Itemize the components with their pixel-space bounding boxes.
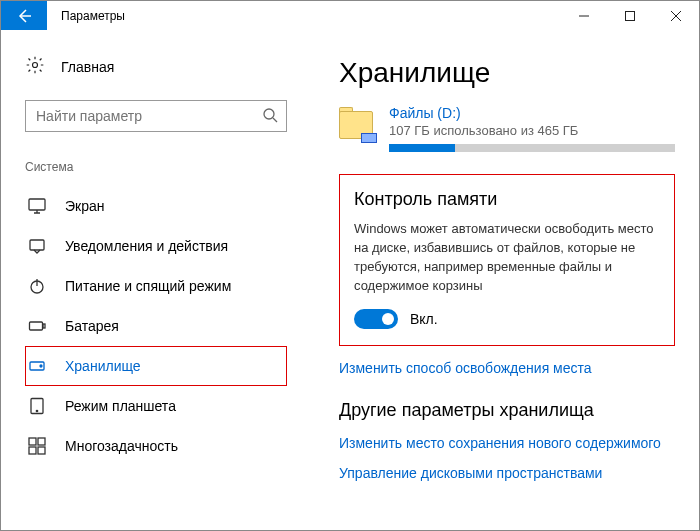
sidebar-item-label: Режим планшета (65, 398, 176, 414)
manage-storage-spaces-link[interactable]: Управление дисковыми пространствами (339, 465, 675, 481)
multitasking-icon (27, 437, 47, 455)
search-input[interactable] (36, 108, 262, 124)
svg-rect-12 (29, 438, 36, 445)
storage-sense-card: Контроль памяти Windows может автоматиче… (339, 174, 675, 346)
change-save-location-link[interactable]: Изменить место сохранения нового содержи… (339, 435, 675, 451)
search-input-wrapper[interactable] (25, 100, 287, 132)
svg-rect-4 (30, 240, 44, 250)
close-button[interactable] (653, 1, 699, 30)
power-icon (27, 277, 47, 295)
svg-point-2 (264, 109, 274, 119)
gear-icon (25, 55, 45, 78)
arrow-left-icon (15, 7, 33, 25)
close-icon (671, 11, 681, 21)
tablet-icon (27, 397, 47, 415)
notification-icon (27, 237, 47, 255)
back-button[interactable] (1, 1, 47, 30)
sidebar-item-label: Экран (65, 198, 105, 214)
sidebar-item-multitasking[interactable]: Многозадачность (25, 426, 287, 466)
titlebar: Параметры (1, 1, 699, 31)
sidebar-item-power[interactable]: Питание и спящий режим (25, 266, 287, 306)
content-area: Хранилище Файлы (D:) 107 ГБ использовано… (311, 31, 699, 530)
folder-drive-icon (339, 105, 375, 145)
sidebar-section-label: Система (25, 160, 287, 174)
svg-rect-13 (38, 438, 45, 445)
storage-sense-toggle[interactable] (354, 309, 398, 329)
svg-rect-7 (43, 324, 45, 328)
minimize-button[interactable] (561, 1, 607, 30)
svg-rect-14 (29, 447, 36, 454)
sidebar-item-storage[interactable]: Хранилище (25, 346, 287, 386)
monitor-icon (27, 197, 47, 215)
drive-name: Файлы (D:) (389, 105, 675, 121)
sidebar-item-tablet[interactable]: Режим планшета (25, 386, 287, 426)
sidebar-item-label: Хранилище (65, 358, 141, 374)
page-title: Хранилище (339, 57, 675, 89)
maximize-icon (625, 11, 635, 21)
svg-point-11 (36, 410, 37, 411)
sidebar-item-label: Питание и спящий режим (65, 278, 231, 294)
maximize-button[interactable] (607, 1, 653, 30)
sidebar-item-notifications[interactable]: Уведомления и действия (25, 226, 287, 266)
sidebar-item-label: Многозадачность (65, 438, 178, 454)
sidebar-home-label: Главная (61, 59, 114, 75)
window-title: Параметры (47, 1, 125, 30)
drive-row[interactable]: Файлы (D:) 107 ГБ использовано из 465 ГБ (339, 105, 675, 152)
storage-sense-description: Windows может автоматически освободить м… (354, 220, 660, 295)
drive-usage-text: 107 ГБ использовано из 465 ГБ (389, 123, 675, 138)
search-icon (262, 107, 278, 126)
storage-sense-heading: Контроль памяти (354, 189, 660, 210)
battery-icon (27, 317, 47, 335)
minimize-icon (579, 11, 589, 21)
sidebar: Главная Система Экран Уведомления и дейс… (1, 31, 311, 530)
svg-point-9 (40, 365, 42, 367)
svg-rect-3 (29, 199, 45, 210)
svg-rect-15 (38, 447, 45, 454)
sidebar-item-label: Батарея (65, 318, 119, 334)
storage-sense-toggle-label: Вкл. (410, 311, 438, 327)
sidebar-home[interactable]: Главная (25, 55, 287, 78)
drive-usage-bar (389, 144, 675, 152)
sidebar-item-display[interactable]: Экран (25, 186, 287, 226)
sidebar-item-battery[interactable]: Батарея (25, 306, 287, 346)
svg-rect-0 (626, 11, 635, 20)
change-free-up-link[interactable]: Изменить способ освобождения места (339, 360, 675, 376)
storage-icon (27, 357, 47, 375)
svg-point-1 (33, 63, 38, 68)
other-storage-heading: Другие параметры хранилища (339, 400, 675, 421)
sidebar-item-label: Уведомления и действия (65, 238, 228, 254)
svg-rect-6 (30, 322, 43, 330)
toggle-knob (382, 313, 394, 325)
